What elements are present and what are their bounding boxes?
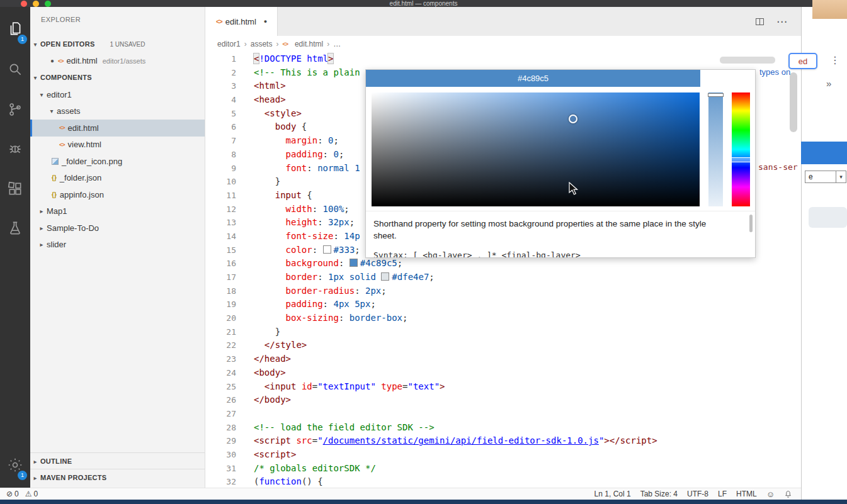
browser-pill-button[interactable]: ed [788, 53, 817, 69]
color-swatch[interactable] [323, 245, 331, 254]
maven-projects-section[interactable]: ▸ MAVEN PROJECTS [30, 469, 205, 486]
code-line[interactable]: 29<script src="/documents/static/gemini/… [205, 434, 801, 448]
code-line[interactable]: 1<!DOCTYPE html> [205, 52, 801, 66]
components-section-header[interactable]: ▾ COMPONENTS [30, 70, 205, 85]
browser-link-text[interactable]: types on [759, 67, 790, 77]
code-line[interactable]: 27 [205, 407, 801, 421]
code-line[interactable]: 20 box-sizing: border-box; [205, 311, 801, 325]
code-line[interactable]: 18 border-radius: 2px; [205, 284, 801, 298]
source-control-icon[interactable] [0, 97, 30, 122]
code-line[interactable]: 32(function() { [205, 475, 801, 488]
sidebar-title: EXPLORER [41, 16, 81, 23]
open-editors-header[interactable]: ▾ OPEN EDITORS 1 UNSAVED [30, 36, 205, 52]
hue-slider[interactable] [732, 92, 750, 206]
error-count: 0 [14, 490, 19, 498]
code-line[interactable]: 23</head> [205, 352, 801, 366]
hover-scrollbar[interactable] [749, 215, 753, 232]
problems-indicator[interactable]: ⊘ 0 ⚠ 0 [6, 490, 38, 498]
code-text: <!DOCTYPE html> [254, 52, 333, 66]
color-hex-header[interactable]: #4c89c5 [366, 70, 700, 87]
code-line[interactable]: 28<!-- load the field editor SDK --> [205, 421, 801, 435]
chevrons-icon[interactable]: » [826, 78, 831, 89]
token-prop: type [381, 381, 402, 391]
breadcrumb-item[interactable]: edit.html [295, 40, 323, 48]
error-icon: ⊘ [6, 490, 13, 498]
status-item[interactable]: LF [718, 490, 727, 498]
tree-item-map1[interactable]: ▸Map1 [30, 203, 205, 220]
token-plain: : [323, 299, 334, 309]
tree-item-_folder_icon.png[interactable]: _folder_icon.png [30, 153, 205, 170]
code-line[interactable]: 22 </style> [205, 339, 801, 352]
tree-item-appinfo.json[interactable]: {}appinfo.json [30, 186, 205, 203]
tree-item-edit.html[interactable]: <>edit.html [30, 120, 205, 137]
status-item[interactable]: UTF-8 [687, 490, 708, 498]
code-line[interactable]: 19 padding: 4px 5px; [205, 298, 801, 311]
settings-gear-icon[interactable]: 1 [0, 452, 30, 478]
hue-handle[interactable] [732, 157, 750, 162]
explorer-icon[interactable]: 1 [0, 16, 30, 42]
code-line[interactable]: 16 background: #4c89c5; [205, 257, 801, 271]
line-number: 15 [205, 244, 236, 257]
token-val: 4px 5px [333, 299, 370, 309]
more-actions-icon[interactable]: ⋯ [776, 16, 787, 27]
opacity-handle[interactable] [708, 93, 724, 97]
extensions-icon[interactable] [0, 176, 30, 201]
code-line[interactable]: 26</body> [205, 393, 801, 407]
breadcrumb-item[interactable]: … [333, 40, 341, 48]
status-item[interactable]: Ln 1, Col 1 [594, 490, 631, 498]
breadcrumb-item[interactable]: editor1 [217, 40, 241, 48]
breadcrumb-item[interactable]: assets [251, 40, 273, 48]
status-item[interactable]: Tab Size: 4 [640, 490, 678, 498]
code-line[interactable]: 21 } [205, 325, 801, 339]
breadcrumb-scrollbar[interactable] [720, 57, 775, 64]
tree-item-label: editor1 [47, 90, 72, 99]
code-line[interactable]: 31/* globals editorSDK */ [205, 462, 801, 476]
file-tree: ▾editor1▾assets<>edit.html<>view.html_fo… [30, 86, 205, 253]
tree-item-assets[interactable]: ▾assets [30, 103, 205, 120]
token-plain [254, 149, 286, 159]
token-plain: ; [370, 299, 375, 309]
color-swatch[interactable] [350, 259, 358, 267]
outline-section[interactable]: ▸ OUTLINE [30, 452, 205, 469]
split-editor-icon[interactable] [754, 16, 765, 27]
token-plain: : [317, 217, 328, 227]
code-text: <script> [254, 448, 296, 462]
tab-modified-dot[interactable]: ● [264, 18, 267, 25]
feedback-smiley-icon[interactable]: ☺ [766, 490, 775, 499]
search-icon[interactable] [0, 57, 30, 82]
opacity-slider[interactable] [708, 92, 723, 206]
modified-dot-icon: ● [50, 57, 54, 64]
tree-item-view.html[interactable]: <>view.html [30, 137, 205, 154]
token-plain: : [307, 163, 317, 173]
line-number: 24 [205, 366, 236, 380]
browser-blue-button[interactable] [801, 142, 847, 164]
tree-item-sample-to-do[interactable]: ▸Sample-To-Do [30, 220, 205, 237]
code-line[interactable]: 24<body> [205, 366, 801, 380]
chevron-right-icon: ▸ [30, 458, 40, 465]
color-swatch[interactable] [381, 272, 389, 281]
test-beaker-icon[interactable] [0, 216, 30, 241]
token-plain [254, 135, 286, 145]
status-item[interactable]: HTML [736, 490, 757, 498]
tree-item-slider[interactable]: ▸slider [30, 237, 205, 254]
line-number: 31 [205, 462, 236, 476]
code-line[interactable]: 25 <input id="textInput" type="text"> [205, 380, 801, 394]
debug-icon[interactable] [0, 136, 30, 161]
code-text: margin: 0; [254, 134, 339, 148]
tree-item-editor1[interactable]: ▾editor1 [30, 86, 205, 103]
code-text: body { [254, 120, 307, 134]
editor-scrollbar[interactable] [790, 72, 797, 132]
color-selection-handle[interactable] [569, 115, 577, 123]
browser-combo-input[interactable]: e ▾ [805, 171, 846, 183]
saturation-value-gradient[interactable] [372, 92, 700, 206]
open-editor-item[interactable]: ● <> edit.html editor1/assets [30, 53, 205, 69]
code-line[interactable]: 17 border: 1px solid #dfe4e7; [205, 271, 801, 284]
code-line[interactable]: 30<script> [205, 448, 801, 462]
tree-item-label: assets [57, 106, 81, 116]
tab-edit-html[interactable]: <> edit.html ● [205, 7, 278, 36]
tree-item-_folder.json[interactable]: {}_folder.json [30, 170, 205, 187]
kebab-menu-icon[interactable]: ⋮ [830, 54, 840, 66]
token-tag: <script> [254, 449, 296, 459]
combo-dropdown-icon[interactable]: ▾ [836, 171, 846, 182]
notifications-bell-icon[interactable] [784, 490, 792, 498]
